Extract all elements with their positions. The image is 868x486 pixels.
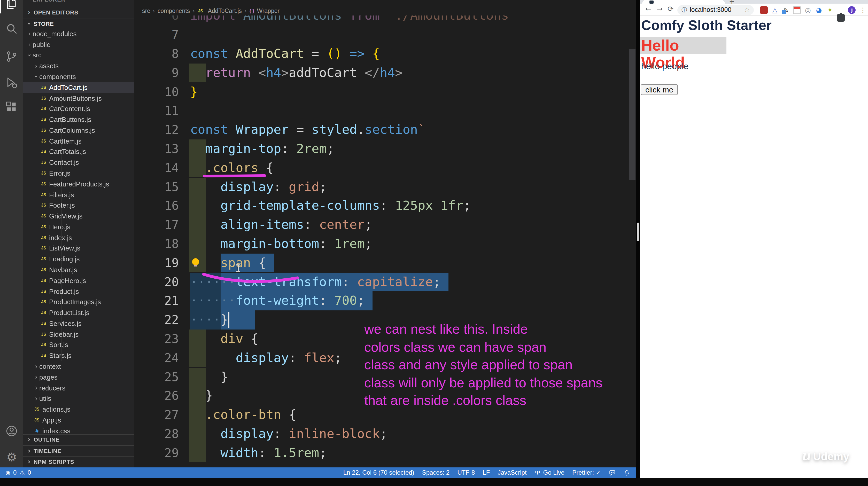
- tree-item-index-js[interactable]: JSindex.js: [23, 232, 134, 243]
- code-token: :: [289, 350, 304, 365]
- breadcrumb-item[interactable]: Wrapper: [257, 8, 280, 14]
- tree-item-productlist-js[interactable]: JSProductList.js: [23, 307, 134, 318]
- search-icon[interactable]: [0, 17, 23, 40]
- open-editors-section[interactable]: ›OPEN EDITORS: [23, 7, 134, 18]
- tree-item-services-js[interactable]: JSServices.js: [23, 318, 134, 329]
- back-button[interactable]: ←: [645, 5, 651, 13]
- tree-item-cartitem-js[interactable]: JSCartItem.js: [23, 136, 134, 147]
- indentation[interactable]: Spaces: 2: [422, 469, 450, 476]
- code-token: [251, 65, 258, 80]
- address-bar[interactable]: ⓘ localhost:3000 ☆: [677, 5, 754, 15]
- tree-item-carcontent-js[interactable]: JSCarContent.js: [23, 103, 134, 115]
- target-extension-icon[interactable]: ◎: [804, 6, 812, 14]
- store-section[interactable]: ›STORE: [23, 18, 134, 29]
- tree-item-actions-js[interactable]: JSactions.js: [23, 404, 134, 415]
- eol[interactable]: LF: [483, 469, 490, 476]
- puzzle-extension-icon[interactable]: [837, 14, 845, 22]
- breadcrumb-item[interactable]: AddToCart.js: [208, 8, 242, 14]
- tree-item-reducers[interactable]: ›reducers: [23, 383, 134, 393]
- frame-extension-icon[interactable]: [793, 6, 801, 14]
- url-text[interactable]: localhost:3000: [690, 6, 731, 13]
- tree-item-footer-js[interactable]: JSFooter.js: [23, 200, 134, 211]
- tree-item-error-js[interactable]: JSError.js: [23, 168, 134, 179]
- language-mode[interactable]: JavaScript: [498, 469, 526, 476]
- triangle-extension-icon[interactable]: △: [771, 6, 779, 14]
- tree-item-app-js[interactable]: JSApp.js: [23, 415, 134, 426]
- breadcrumb-item[interactable]: src: [142, 8, 150, 14]
- problems-status[interactable]: ⊗ 0 ⚠ 0: [0, 469, 31, 477]
- browser-tab[interactable]: [642, 0, 725, 4]
- reload-button[interactable]: ⟳: [668, 5, 674, 13]
- tree-item-label: App.js: [42, 416, 61, 424]
- source-control-icon[interactable]: [0, 45, 23, 68]
- tree-item-cartcolumns-js[interactable]: JSCartColumns.js: [23, 125, 134, 136]
- tree-item-sidebar-js[interactable]: JSSidebar.js: [23, 329, 134, 340]
- tree-item-listview-js[interactable]: JSListView.js: [23, 243, 134, 254]
- tree-item-addtocart-js[interactable]: JSAddToCart.js: [23, 82, 134, 93]
- tree-item-assets[interactable]: ›assets: [23, 61, 134, 71]
- avatar-j-extension-icon[interactable]: J: [848, 6, 856, 14]
- tree-item-filters-js[interactable]: JSFilters.js: [23, 189, 134, 200]
- tree-item-pagehero-js[interactable]: JSPageHero.js: [23, 275, 134, 286]
- cursor-position[interactable]: Ln 22, Col 6 (70 selected): [343, 469, 414, 476]
- section-outline[interactable]: ›OUTLINE: [23, 434, 134, 445]
- explorer-icon[interactable]: [0, 0, 23, 15]
- section-timeline[interactable]: ›TIMELINE: [23, 445, 134, 456]
- tree-item-src[interactable]: ›src: [23, 50, 134, 61]
- js-file-icon: JS: [40, 267, 48, 272]
- code-editor[interactable]: 6import AmountButtons from './AmountButt…: [134, 0, 636, 467]
- tree-item-components[interactable]: ›components: [23, 71, 134, 82]
- pin-extension-icon[interactable]: ✦: [826, 6, 834, 14]
- forward-button[interactable]: →: [657, 5, 663, 13]
- encoding[interactable]: UTF-8: [457, 469, 475, 476]
- tree-item-stars-js[interactable]: JSStars.js: [23, 350, 134, 361]
- tree-item-productimages-js[interactable]: JSProductImages.js: [23, 297, 134, 307]
- color-picker-extension-icon[interactable]: ✎: [782, 6, 790, 14]
- go-live-button[interactable]: Go Live: [534, 469, 564, 476]
- settings-icon[interactable]: ⚙: [0, 446, 23, 468]
- tree-item-amountbuttons-js[interactable]: JSAmountButtons.js: [23, 93, 134, 103]
- tree-item-utils[interactable]: ›utils: [23, 393, 134, 404]
- tree-item-public[interactable]: ›public: [23, 39, 134, 50]
- tree-item-navbar-js[interactable]: JSNavbar.js: [23, 264, 134, 275]
- tree-item-pages[interactable]: ›pages: [23, 372, 134, 383]
- tree-item-carttotals-js[interactable]: JSCartTotals.js: [23, 147, 134, 157]
- menu-extension-icon[interactable]: ⋮: [859, 6, 867, 14]
- run-debug-icon[interactable]: [0, 71, 23, 94]
- swirl-extension-icon[interactable]: ◕: [815, 6, 823, 14]
- tree-item-context[interactable]: ›context: [23, 361, 134, 372]
- breadcrumb[interactable]: src›components›JSAddToCart.js›{ }Wrapper: [134, 6, 628, 15]
- tree-item-node-modules[interactable]: ›node_modules: [23, 28, 134, 39]
- red-app-extension-icon[interactable]: [760, 6, 768, 14]
- code-token: [190, 198, 221, 213]
- account-icon[interactable]: [0, 419, 23, 442]
- section-npm-scripts[interactable]: ›NPM SCRIPTS: [23, 456, 134, 467]
- tree-item-cartbuttons-js[interactable]: JSCartButtons.js: [23, 114, 134, 125]
- tree-item-featuredproducts-js[interactable]: JSFeaturedProducts.js: [23, 179, 134, 190]
- tree-item-product-js[interactable]: JSProduct.js: [23, 286, 134, 297]
- code-token: center: [319, 217, 365, 232]
- tree-item-sort-js[interactable]: JSSort.js: [23, 339, 134, 350]
- tree-item-hero-js[interactable]: JSHero.js: [23, 222, 134, 232]
- chevron-right-icon: ›: [33, 374, 39, 381]
- tree-item-label: PageHero.js: [49, 277, 86, 285]
- line-number: 26: [134, 387, 179, 406]
- tree-item-label: AddToCart.js: [49, 84, 88, 91]
- page-heading: Comfy Sloth Starter: [641, 18, 772, 34]
- tree-item-contact-js[interactable]: JSContact.js: [23, 157, 134, 168]
- feedback-icon[interactable]: [609, 469, 616, 476]
- notifications-bell-icon[interactable]: [624, 469, 630, 476]
- click-me-button[interactable]: click me: [641, 84, 678, 95]
- screen: ⚙ EXPLORER ›OPEN EDITORS›STORE›node_modu…: [0, 0, 868, 486]
- tree-item-gridview-js[interactable]: JSGridView.js: [23, 211, 134, 222]
- extensions-icon[interactable]: [0, 96, 23, 118]
- editor-scrollbar[interactable]: [629, 49, 636, 180]
- code-token: :: [380, 198, 395, 213]
- tree-item-loading-js[interactable]: JSLoading.js: [23, 254, 134, 265]
- bookmark-star-icon[interactable]: ☆: [744, 6, 750, 13]
- breadcrumb-item[interactable]: components: [158, 8, 190, 14]
- site-info-icon[interactable]: ⓘ: [681, 6, 687, 14]
- lightbulb-icon[interactable]: [192, 258, 199, 265]
- browser-edge-scrollbar[interactable]: [637, 223, 639, 241]
- prettier-status[interactable]: Prettier: ✓: [572, 469, 601, 476]
